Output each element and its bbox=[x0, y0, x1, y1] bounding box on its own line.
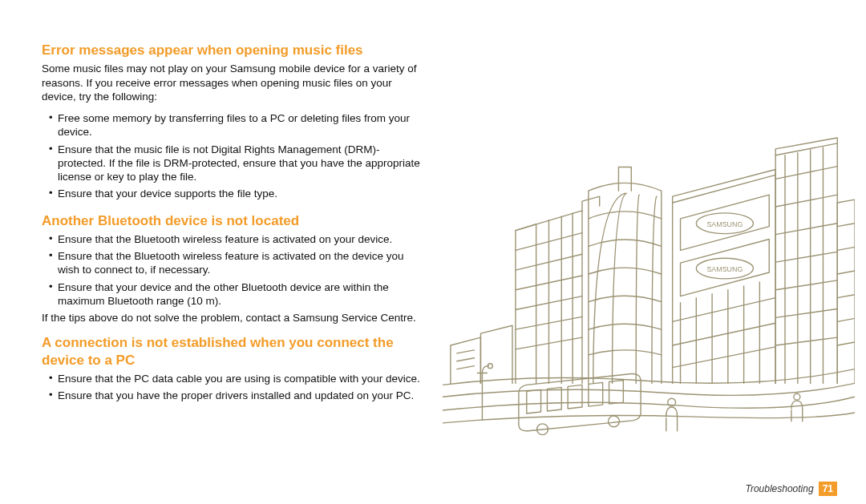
illustration-column: SAMSUNG SAMSUNG bbox=[459, 42, 831, 504]
svg-point-5 bbox=[794, 393, 800, 400]
section-heading: Error messages appear when opening music… bbox=[42, 42, 427, 58]
section-heading: Another Bluetooth device is not located bbox=[42, 212, 427, 229]
bullet-list: Free some memory by transferring files t… bbox=[42, 111, 427, 201]
list-item: Ensure that the PC data cable you are us… bbox=[42, 372, 427, 385]
page-footer: Troubleshooting 71 bbox=[745, 482, 837, 496]
billboard-text-lower: SAMSUNG bbox=[706, 265, 743, 273]
section-pc-connection: A connection is not established when you… bbox=[42, 334, 427, 402]
section-bluetooth: Another Bluetooth device is not located … bbox=[42, 212, 427, 325]
list-item: Ensure that you have the proper drivers … bbox=[42, 389, 427, 402]
bullet-list: Ensure that the PC data cable you are us… bbox=[42, 372, 427, 403]
list-item: Free some memory by transferring files t… bbox=[42, 111, 427, 139]
bullet-list: Ensure that the Bluetooth wireless featu… bbox=[42, 232, 427, 308]
content-column: Error messages appear when opening music… bbox=[42, 42, 427, 504]
footer-section-label: Troubleshooting bbox=[745, 483, 813, 494]
section-heading: A connection is not established when you… bbox=[42, 334, 427, 369]
list-item: Ensure that your device and the other Bl… bbox=[42, 280, 427, 308]
list-item: Ensure that the music file is not Digita… bbox=[42, 143, 427, 184]
cityscape-illustration: SAMSUNG SAMSUNG bbox=[443, 98, 855, 450]
list-item: Ensure that the Bluetooth wireless featu… bbox=[42, 249, 427, 277]
page-number: 71 bbox=[819, 482, 837, 496]
list-item: Ensure that the Bluetooth wireless featu… bbox=[42, 232, 427, 246]
list-item: Ensure that your device supports the fil… bbox=[42, 187, 427, 200]
section-intro: Some music files may not play on your Sa… bbox=[42, 62, 427, 103]
section-outro: If the tips above do not solve the probl… bbox=[42, 311, 427, 325]
svg-point-3 bbox=[609, 416, 620, 427]
billboard-text-upper: SAMSUNG bbox=[706, 220, 743, 228]
section-music-errors: Error messages appear when opening music… bbox=[42, 42, 427, 201]
